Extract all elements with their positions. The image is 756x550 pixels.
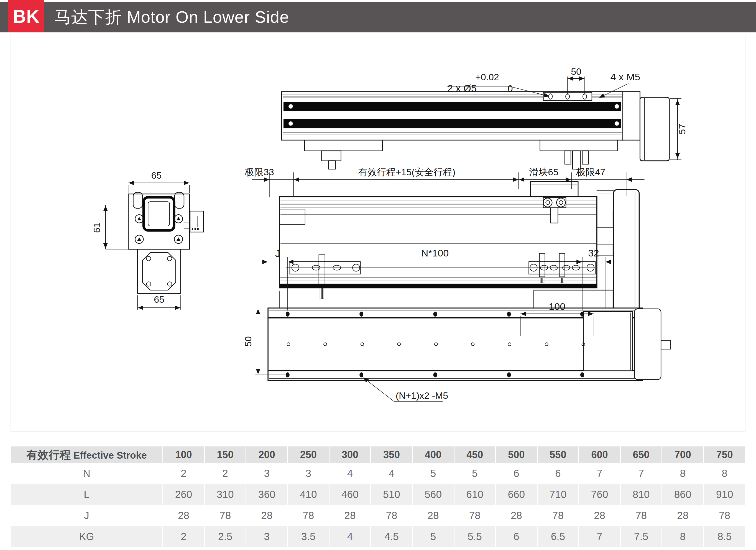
stroke-value-header: 300: [329, 446, 371, 463]
table-cell: 6: [496, 526, 537, 547]
table-cell: 2: [205, 463, 246, 484]
table-cell: 260: [163, 484, 205, 505]
end-view: [128, 192, 203, 293]
table-cell: 7: [579, 526, 620, 547]
table-cell: 610: [454, 484, 496, 505]
dim-thread-note: 4 x M5: [611, 71, 640, 83]
table-cell: 28: [579, 505, 620, 526]
table-cell: 7.5: [620, 526, 662, 547]
technical-drawing-panel: 50 +0.02 2 x Ø5 0 4 x M5 57: [11, 34, 745, 432]
stroke-value-header: 500: [496, 446, 537, 463]
table-cell: 460: [329, 484, 371, 505]
series-badge: BK: [8, 0, 44, 32]
dim-j: J: [275, 248, 280, 259]
page-title: 马达下折 Motor On Lower Side: [54, 2, 289, 32]
dim-slider-note: 滑块65: [529, 167, 558, 177]
bottom-view: [268, 308, 671, 380]
table-cell: 410: [288, 484, 329, 505]
row-label: L: [11, 484, 163, 505]
stroke-header-cell: 有效行程 Effective Stroke: [11, 446, 163, 463]
stroke-value-header: 400: [412, 446, 454, 463]
table-cell: 4.5: [371, 526, 412, 547]
dim-65-bottom: 65: [154, 294, 164, 304]
table-cell: 3.5: [288, 526, 329, 547]
stroke-value-header: 450: [454, 446, 496, 463]
table-cell: 760: [579, 484, 620, 505]
table-cell: 360: [246, 484, 288, 505]
stroke-value-header: 700: [662, 446, 704, 463]
dim-61: 61: [91, 223, 102, 233]
table-cell: 8: [662, 526, 704, 547]
table-cell: 3: [288, 463, 329, 484]
dim-65-top: 65: [151, 170, 162, 181]
table-cell: 78: [454, 505, 496, 526]
table-cell: 8: [704, 463, 745, 484]
stroke-value-header: 250: [288, 446, 329, 463]
table-cell: 28: [163, 505, 205, 526]
table-cell: 510: [371, 484, 412, 505]
table-cell: 8.5: [704, 526, 745, 547]
dim-tol-zero: 0: [508, 83, 513, 94]
dim-tol-plus: +0.02: [475, 72, 499, 82]
table-cell: 78: [620, 505, 662, 526]
table-cell: 560: [412, 484, 454, 505]
stroke-value-header: 200: [246, 446, 288, 463]
row-label: N: [11, 463, 163, 484]
dim-50: 50: [571, 66, 581, 77]
table-cell: 28: [496, 505, 537, 526]
table-cell: 860: [662, 484, 704, 505]
table-cell: 4: [371, 463, 412, 484]
table-cell: 7: [579, 463, 620, 484]
table-cell: 7: [620, 463, 662, 484]
stroke-value-header: 750: [704, 446, 745, 463]
table-cell: 5: [412, 526, 454, 547]
table-cell: 28: [246, 505, 288, 526]
table-cell: 4: [329, 463, 371, 484]
table-cell: 6.5: [537, 526, 579, 547]
spec-table-body: N22334455667788L260310360410460510560610…: [11, 463, 745, 547]
spec-table-head: 有效行程 Effective Stroke1001502002503003504…: [11, 446, 745, 463]
table-cell: 3: [246, 463, 288, 484]
dim-57: 57: [677, 124, 687, 134]
table-cell: 5: [454, 463, 496, 484]
table-cell: 810: [620, 484, 662, 505]
table-cell: 78: [704, 505, 745, 526]
table-cell: 78: [537, 505, 579, 526]
table-cell: 6: [537, 463, 579, 484]
table-row-n: N22334455667788: [11, 463, 745, 484]
technical-drawing: 50 +0.02 2 x Ø5 0 4 x M5 57: [11, 34, 745, 431]
table-cell: 28: [662, 505, 704, 526]
dim-100: 100: [549, 301, 565, 312]
dim-stroke-note: 有效行程+15(安全行程): [358, 167, 455, 177]
table-cell: 2: [163, 526, 205, 547]
spec-table: 有效行程 Effective Stroke1001502002503003504…: [11, 446, 745, 547]
table-header-row: 有效行程 Effective Stroke1001502002503003504…: [11, 446, 745, 463]
table-row-j: J2878287828782878287828782878: [11, 505, 745, 526]
dim-limit-right: 极限47: [576, 167, 605, 177]
table-cell: 78: [371, 505, 412, 526]
stroke-value-header: 100: [163, 446, 205, 463]
table-cell: 5: [412, 463, 454, 484]
stroke-value-header: 150: [205, 446, 246, 463]
table-row-kg: KG22.533.544.555.566.577.588.5: [11, 526, 745, 547]
table-cell: 28: [329, 505, 371, 526]
stroke-value-header: 350: [371, 446, 412, 463]
stroke-value-header: 600: [579, 446, 620, 463]
stroke-value-header: 550: [537, 446, 579, 463]
table-row-l: L260310360410460510560610660710760810860…: [11, 484, 745, 505]
table-cell: 78: [288, 505, 329, 526]
dim-m5-note: (N+1)x2 -M5: [396, 390, 448, 401]
table-cell: 310: [205, 484, 246, 505]
dim-hole-note: 2 x Ø5: [447, 83, 477, 94]
row-label: KG: [11, 526, 163, 547]
table-cell: 910: [704, 484, 745, 505]
dim-n100: N*100: [421, 248, 449, 259]
row-label: J: [11, 505, 163, 526]
table-cell: 3: [246, 526, 288, 547]
dim-32: 32: [588, 248, 599, 259]
top-view: [282, 92, 669, 169]
table-cell: 2.5: [205, 526, 246, 547]
table-cell: 2: [163, 463, 205, 484]
table-cell: 710: [537, 484, 579, 505]
stroke-value-header: 650: [620, 446, 662, 463]
